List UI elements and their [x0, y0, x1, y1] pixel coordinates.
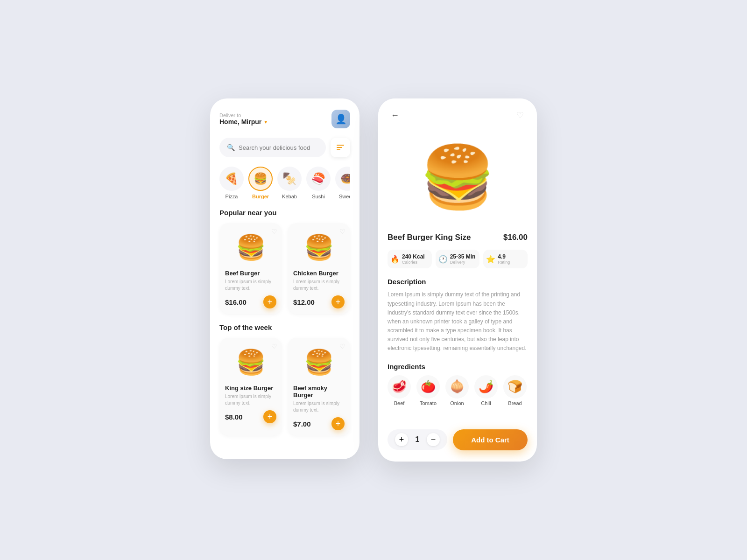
food-card-smoky-burger: ♡ 🍔 Beef smoky Burger Lorem ipsum is sim…: [288, 338, 350, 436]
detail-content: Beef Burger King Size $16.00 🔥 240 Kcal …: [378, 224, 537, 429]
heart-icon[interactable]: ♡: [339, 228, 345, 235]
heart-icon[interactable]: ♡: [271, 343, 277, 350]
pizza-label: Pizza: [226, 194, 238, 199]
hero-burger-image: 🍔: [388, 130, 528, 224]
burger-icon: 🍔: [248, 167, 273, 191]
king-burger-desc: Lorem ipsum is simply dummy text.: [225, 393, 276, 406]
king-burger-footer: $8.00 +: [225, 410, 276, 423]
chicken-burger-name: Chicken Burger: [293, 270, 345, 277]
clock-icon: 🕐: [438, 255, 448, 264]
bread-label: Bread: [508, 400, 521, 406]
deliver-value: Home, Mirpur ▼: [219, 118, 268, 126]
search-icon: 🔍: [227, 144, 235, 151]
category-pizza[interactable]: 🍕 Pizza: [219, 167, 244, 199]
desc-title: Description: [388, 278, 528, 286]
back-button[interactable]: ←: [388, 108, 402, 123]
quantity-increase-button[interactable]: +: [395, 433, 408, 446]
king-burger-name: King size Burger: [225, 385, 276, 392]
screens-container: Deliver to Home, Mirpur ▼ 👤 🔍: [210, 98, 537, 461]
quantity-controls: + 1 −: [388, 429, 447, 450]
star-icon: ⭐: [486, 255, 495, 264]
chicken-burger-footer: $12.00 +: [293, 295, 345, 308]
detail-stats: 🔥 240 Kcal Calories 🕐 25-35 Min Delivery…: [388, 250, 528, 268]
add-king-burger-button[interactable]: +: [263, 410, 276, 423]
beef-icon: 🥩: [388, 375, 411, 399]
top-section-title: Top of the week: [219, 323, 350, 331]
home-screen: Deliver to Home, Mirpur ▼ 👤 🔍: [210, 98, 359, 459]
add-to-cart-button[interactable]: Add to Cart: [453, 429, 528, 450]
popular-grid: ♡ 🍔 Beef Burger Lorem ipsum is simply du…: [219, 223, 350, 314]
onion-icon: 🧅: [445, 375, 469, 399]
ingredients-title: Ingredients: [388, 363, 528, 371]
chili-icon: 🌶️: [474, 375, 498, 399]
sweets-label: Sweets: [339, 194, 350, 199]
filter-icon: [337, 145, 344, 150]
calories-stat: 🔥 240 Kcal Calories: [388, 250, 432, 268]
smoky-burger-desc: Lorem ipsum is simply dummy text.: [293, 400, 345, 413]
location-chevron-icon: ▼: [263, 119, 268, 125]
detail-food-name: Beef Burger King Size: [388, 233, 471, 242]
detail-nav: ← ♡: [388, 108, 528, 123]
chicken-burger-img: 🍔: [293, 229, 345, 266]
favorite-button[interactable]: ♡: [513, 108, 528, 123]
top-grid: ♡ 🍔 King size Burger Lorem ipsum is simp…: [219, 338, 350, 436]
chili-label: Chili: [481, 400, 491, 406]
beef-burger-img: 🍔: [225, 229, 276, 266]
chicken-burger-desc: Lorem ipsum is simply dummy text.: [293, 279, 345, 292]
rating-value: 4.9: [498, 253, 510, 260]
add-chicken-burger-button[interactable]: +: [331, 295, 345, 308]
food-card-chicken-burger: ♡ 🍔 Chicken Burger Lorem ipsum is simply…: [288, 223, 350, 314]
delivery-stat: 🕐 25-35 Min Delivery: [436, 250, 480, 268]
ingredient-chili: 🌶️ Chili: [474, 375, 498, 406]
delivery-value: 25-35 Min: [450, 253, 476, 260]
desc-text: Lorem Ipsum is simply dummy text of the …: [388, 290, 528, 353]
home-header: Deliver to Home, Mirpur ▼ 👤: [219, 110, 350, 128]
filter-button[interactable]: [331, 138, 350, 157]
deliver-to: Deliver to Home, Mirpur ▼: [219, 112, 268, 126]
ingredients-row: 🥩 Beef 🍅 Tomato 🧅 Onion 🌶️ Chili 🍞: [388, 375, 528, 406]
category-sushi[interactable]: 🍣 Sushi: [306, 167, 331, 199]
category-kebab[interactable]: 🍢 Kebab: [277, 167, 302, 199]
search-input[interactable]: [239, 144, 318, 151]
categories-row: 🍕 Pizza 🍔 Burger 🍢 Kebab 🍣 Sushi 🍩 Sweet…: [219, 167, 350, 199]
sushi-label: Sushi: [312, 194, 325, 199]
bread-icon: 🍞: [503, 375, 527, 399]
quantity-decrease-button[interactable]: −: [427, 433, 440, 446]
smoky-burger-name: Beef smoky Burger: [293, 385, 345, 399]
heart-icon[interactable]: ♡: [339, 343, 345, 350]
popular-section-title: Popular near you: [219, 209, 350, 217]
smoky-burger-price: $7.00: [293, 420, 311, 428]
search-row: 🔍: [219, 138, 350, 157]
flame-icon: 🔥: [390, 255, 400, 264]
detail-hero: ← ♡ 🍔: [378, 98, 537, 224]
tomato-icon: 🍅: [416, 375, 440, 399]
rating-label: Rating: [498, 260, 510, 265]
ingredient-tomato: 🍅 Tomato: [416, 375, 440, 406]
detail-screen: ← ♡ 🍔 Beef Burger King Size $16.00 🔥 240…: [378, 98, 537, 461]
delivery-label: Delivery: [450, 260, 476, 265]
search-bar[interactable]: 🔍: [219, 138, 326, 157]
sushi-icon: 🍣: [306, 167, 331, 191]
beef-burger-footer: $16.00 +: [225, 295, 276, 308]
category-sweets[interactable]: 🍩 Sweets: [335, 167, 350, 199]
detail-price: $16.00: [503, 233, 528, 242]
category-burger[interactable]: 🍔 Burger: [248, 167, 273, 199]
kebab-icon: 🍢: [277, 167, 302, 191]
heart-icon[interactable]: ♡: [271, 228, 277, 235]
beef-burger-price: $16.00: [225, 298, 247, 306]
beef-burger-name: Beef Burger: [225, 270, 276, 277]
sweets-icon: 🍩: [335, 167, 350, 191]
onion-label: Onion: [450, 400, 464, 406]
avatar[interactable]: 👤: [331, 110, 350, 128]
food-card-beef-burger: ♡ 🍔 Beef Burger Lorem ipsum is simply du…: [219, 223, 282, 314]
kebab-label: Kebab: [282, 194, 297, 199]
add-smoky-burger-button[interactable]: +: [331, 417, 345, 430]
add-beef-burger-button[interactable]: +: [263, 295, 276, 308]
deliver-label: Deliver to: [219, 112, 268, 118]
calories-value: 240 Kcal: [402, 253, 425, 260]
ingredient-beef: 🥩 Beef: [388, 375, 411, 406]
pizza-icon: 🍕: [219, 167, 244, 191]
king-burger-img: 🍔: [225, 343, 276, 381]
king-burger-price: $8.00: [225, 413, 243, 421]
smoky-burger-footer: $7.00 +: [293, 417, 345, 430]
